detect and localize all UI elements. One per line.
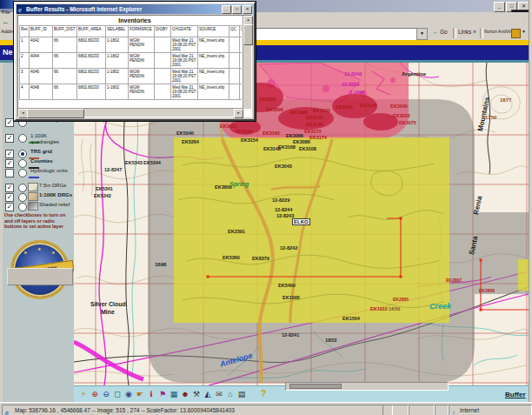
back-icon[interactable]: ← (2, 17, 10, 26)
pan-icon[interactable]: ☛ (135, 389, 145, 400)
window-right-border (529, 0, 532, 415)
star-icon: ★ (23, 250, 27, 255)
active-layer-radio[interactable] (18, 134, 27, 143)
horizontal-scrollbar[interactable]: ◄ ► (18, 108, 243, 117)
page-icon: e (5, 408, 9, 415)
popup-window-controls: _□✕ (221, 5, 252, 15)
select-features-icon[interactable]: ☻ (180, 389, 190, 400)
buffer-mode-label[interactable]: Buffer (505, 391, 526, 398)
layer-checkbox[interactable]: ✓ (5, 134, 14, 143)
toolbar-separator (453, 28, 456, 38)
layer-row-hydrologic-units: Hydrologic units (3, 168, 74, 183)
buffer-results-window[interactable]: e Buffer Results - Microsoft Internet Ex… (14, 2, 256, 121)
table-cell (240, 84, 243, 100)
layer-checkbox[interactable] (5, 169, 14, 177)
refresh-map-icon[interactable]: ⚡ (78, 389, 89, 400)
table-cell: 3 (20, 69, 30, 84)
vertical-scrollbar[interactable]: ▲ (243, 16, 251, 109)
zoom-out-icon[interactable]: ⊖ (101, 389, 111, 400)
table-cell: 4048 (30, 84, 53, 100)
ie-icon: e (18, 5, 22, 15)
column-header: BUFF_AREA (77, 26, 106, 37)
table-cell (229, 53, 240, 69)
active-layer-radio[interactable] (18, 193, 27, 202)
go-button[interactable]: Go (440, 29, 448, 35)
table-cell (229, 69, 240, 84)
status-panel (409, 405, 435, 415)
links-menu[interactable]: Links » (458, 29, 476, 35)
hyperlink-icon[interactable]: ⚑ (157, 389, 168, 400)
results-table-title: Inventories (18, 17, 251, 23)
table-cell: 66 (53, 37, 77, 53)
scroll-right-icon[interactable]: ► (234, 109, 243, 118)
layer-label: 1:100K quadrangles (30, 133, 72, 145)
popup-titlebar[interactable]: e Buffer Results - Microsoft Internet Ex… (17, 4, 253, 14)
legend-icon[interactable]: ▦ (169, 389, 179, 400)
table-cell: WGM PENDIN (129, 69, 155, 84)
layer-label: Hydrologic units (30, 168, 72, 174)
table-cell: 4042 (30, 37, 53, 53)
layer-checkbox[interactable]: ✓ (5, 118, 14, 127)
layer-checkbox[interactable]: ✓ (5, 159, 14, 168)
active-layer-radio[interactable] (18, 169, 27, 177)
star-icon: ★ (37, 246, 41, 251)
north-arrow-icon[interactable]: ◭ (203, 389, 213, 400)
screen: { "ui": {"window_controls": {"min": "_",… (0, 0, 532, 415)
norton-dropdown-icon[interactable]: ▼ (522, 29, 526, 34)
map-scrollbar[interactable] (285, 382, 449, 391)
table-cell: Wed Mar 21 19:08:20 PST 2001 (171, 69, 198, 84)
help-icon[interactable]: ? (261, 389, 266, 398)
popup-title: Buffer Results - Microsoft Internet Expl… (26, 6, 142, 12)
layer-checkbox[interactable]: ✓ (5, 203, 14, 211)
table-cell: 6802.80233 (77, 37, 106, 53)
address-input[interactable] (254, 28, 421, 40)
layer-swatch-map (28, 183, 38, 191)
active-layer-radio[interactable] (18, 203, 27, 211)
file-menu[interactable]: File (2, 10, 10, 15)
popup-maximize-button[interactable]: □ (232, 5, 242, 14)
norton-icon[interactable] (511, 29, 521, 38)
zoom-full-extent-icon[interactable]: ◉ (123, 389, 134, 400)
scrollbar-thumb[interactable] (289, 384, 342, 389)
results-table: RecBUFF_IDBUFF_DISTBUFF_AREASEILABELFORM… (19, 25, 242, 107)
table-cell: 1-1802 (106, 37, 129, 53)
table-cell: NE_invent.shp (198, 69, 229, 84)
column-header: SEILABEL (106, 26, 129, 37)
identify-icon[interactable]: ℹ (146, 389, 156, 400)
layer-checkbox[interactable]: ✓ (5, 150, 14, 158)
table-row: 34046666802.802331-1802WGM PENDINWed Mar… (20, 69, 243, 84)
layer-swatch-blue (29, 177, 39, 178)
table-cell: NE_invent.shp (198, 84, 229, 100)
print-icon[interactable]: ▤ (236, 389, 247, 400)
address-dropdown-icon[interactable]: ▼ (416, 28, 428, 40)
active-layer-radio[interactable] (18, 184, 27, 192)
table-cell: 66 (53, 84, 77, 100)
active-layer-radio[interactable] (18, 159, 27, 168)
table-cell: 4 (20, 84, 30, 100)
popup-minimize-button[interactable]: _ (222, 5, 231, 14)
table-cell (155, 37, 171, 53)
table-cell: WGM PENDIN (129, 37, 155, 53)
column-header: DATE (240, 26, 243, 37)
layer-swatch-drg (28, 192, 38, 201)
measure-icon[interactable]: ⚒ (191, 389, 202, 400)
layer-checkbox[interactable]: ✓ (5, 184, 14, 192)
popup-close-button[interactable]: ✕ (243, 5, 252, 14)
table-cell: Wed Mar 21 19:08:20 PST 2001 (171, 37, 198, 53)
status-panel (435, 405, 449, 415)
scrollbar-thumb[interactable] (27, 109, 84, 118)
go-icon[interactable]: → (432, 29, 438, 35)
scrollbar-thumb[interactable] (243, 24, 253, 45)
minimize-button[interactable]: _ (494, 2, 505, 12)
mail-icon[interactable]: ✉ (214, 389, 224, 400)
table-cell (229, 84, 240, 100)
table-cell: 1 (20, 37, 30, 53)
zone-label: Internet (460, 407, 479, 413)
table-cell (240, 69, 243, 84)
address-label: Addre (1, 29, 14, 34)
layer-checkbox[interactable]: ✓ (5, 193, 14, 202)
active-layer-radio[interactable] (18, 150, 27, 158)
home-extent-icon[interactable]: ⌂ (225, 389, 236, 400)
zoom-window-icon[interactable]: ◻ (112, 389, 123, 400)
zoom-in-icon[interactable]: ⊕ (90, 389, 100, 400)
